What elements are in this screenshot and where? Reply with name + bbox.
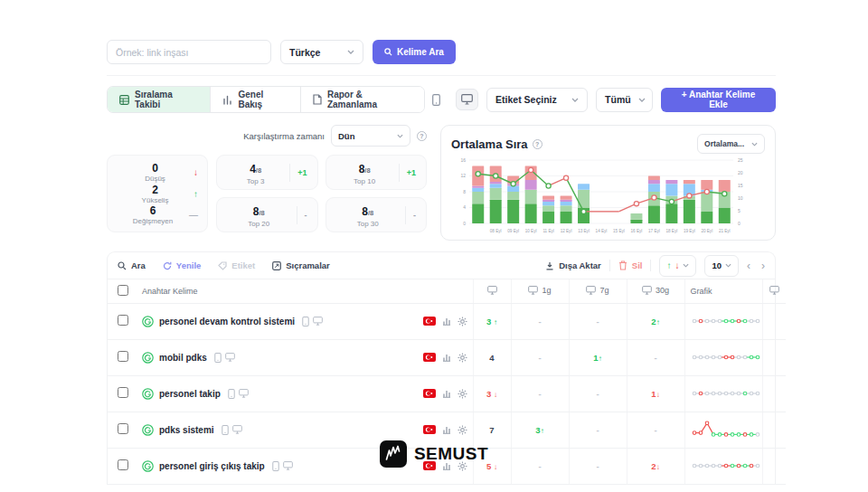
gear-icon[interactable] bbox=[458, 389, 467, 399]
jumps-button[interactable]: Sıçramalar bbox=[272, 260, 330, 270]
bar-segment-top20[interactable] bbox=[648, 184, 660, 192]
bar-segment-top10[interactable] bbox=[490, 188, 502, 200]
line-marker[interactable] bbox=[687, 194, 692, 198]
tag-button[interactable]: Etiket bbox=[218, 260, 255, 270]
bar-segment-top30[interactable] bbox=[472, 185, 484, 187]
gear-icon[interactable] bbox=[458, 317, 467, 326]
add-keyword-button[interactable]: + Anahtar Kelime Ekle bbox=[661, 88, 776, 112]
tab-rapor-zamanlama[interactable]: Rapor & Zamanlama bbox=[301, 87, 424, 112]
average-rank-chart[interactable]: 0481216051015202508 Eyl09 Eyl10 Eyl11 Ey… bbox=[451, 156, 755, 235]
bar-segment-top10[interactable] bbox=[561, 205, 572, 212]
line-marker[interactable] bbox=[652, 195, 656, 200]
bar-segment-top10[interactable] bbox=[701, 192, 712, 212]
rank-sparkline[interactable] bbox=[691, 309, 761, 333]
bar-segment-rest[interactable] bbox=[561, 195, 572, 199]
keyword-chart-icon[interactable] bbox=[442, 389, 451, 398]
bar-segment-top30[interactable] bbox=[525, 180, 537, 190]
bar-segment-top3[interactable] bbox=[630, 220, 642, 223]
line-marker[interactable] bbox=[546, 184, 551, 188]
bar-segment-top30[interactable] bbox=[561, 200, 572, 202]
stat-total: /8 bbox=[256, 166, 261, 175]
filter-all-select[interactable]: Tümü bbox=[596, 88, 653, 112]
chart-metric-select[interactable]: Ortalama... bbox=[697, 134, 765, 154]
bar-segment-top3[interactable] bbox=[525, 203, 537, 223]
line-marker[interactable] bbox=[511, 182, 515, 186]
line-marker[interactable] bbox=[634, 202, 638, 206]
bar-segment-top10[interactable] bbox=[472, 192, 484, 203]
info-icon[interactable]: ? bbox=[533, 139, 542, 149]
table-search-button[interactable]: Ara bbox=[118, 260, 146, 270]
gear-icon[interactable] bbox=[458, 353, 467, 363]
gear-icon[interactable] bbox=[458, 425, 467, 435]
bar-segment-top30[interactable] bbox=[542, 200, 554, 202]
bar-segment-top3[interactable] bbox=[507, 200, 519, 223]
page-size-select[interactable]: 10 bbox=[704, 255, 739, 277]
rank-sparkline[interactable] bbox=[691, 418, 761, 441]
bar-segment-top20[interactable] bbox=[490, 184, 502, 187]
tab-genel-bak-[interactable]: Genel Bakış bbox=[211, 87, 300, 112]
row-checkbox[interactable] bbox=[118, 423, 128, 434]
bar-segment-rest[interactable] bbox=[701, 180, 712, 190]
line-marker[interactable] bbox=[529, 167, 533, 172]
bar-segment-top10[interactable] bbox=[507, 192, 519, 200]
bar-segment-rest[interactable] bbox=[719, 180, 731, 192]
keyword-chart-icon[interactable] bbox=[442, 353, 451, 362]
bar-segment-top3[interactable] bbox=[648, 205, 660, 223]
mobile-device-toggle[interactable] bbox=[425, 89, 448, 110]
bar-segment-top3[interactable] bbox=[561, 212, 572, 223]
bar-segment-top3[interactable] bbox=[665, 203, 677, 223]
bar-segment-top10[interactable] bbox=[542, 205, 554, 212]
svg-text:16: 16 bbox=[460, 157, 466, 163]
bar-segment-top30[interactable] bbox=[490, 182, 502, 184]
export-button[interactable]: Dışa Aktar bbox=[545, 260, 601, 270]
bar-segment-top20[interactable] bbox=[472, 188, 484, 192]
row-checkbox[interactable] bbox=[118, 315, 128, 326]
refresh-button[interactable]: Yenile bbox=[163, 260, 201, 270]
line-marker[interactable] bbox=[669, 199, 674, 203]
rank-sparkline[interactable] bbox=[691, 382, 761, 405]
compare-select[interactable]: Dün bbox=[331, 125, 410, 147]
bar-segment-top20[interactable] bbox=[578, 184, 590, 190]
line-marker[interactable] bbox=[704, 189, 709, 194]
bar-segment-top3[interactable] bbox=[701, 212, 712, 223]
keyword-chart-icon[interactable] bbox=[442, 425, 451, 434]
bar-segment-top20[interactable] bbox=[542, 202, 554, 205]
keyword-search-button[interactable]: Kelime Ara bbox=[373, 40, 456, 64]
search-input[interactable] bbox=[107, 40, 271, 64]
delete-button[interactable]: Sil bbox=[618, 260, 643, 270]
next-page-button[interactable]: › bbox=[761, 260, 765, 272]
bar-segment-top30[interactable] bbox=[665, 180, 677, 184]
bar-segment-top3[interactable] bbox=[542, 212, 554, 223]
bar-segment-top3[interactable] bbox=[684, 200, 695, 223]
bar-segment-top10[interactable] bbox=[525, 190, 537, 203]
desktop-device-toggle[interactable] bbox=[456, 89, 478, 110]
line-marker[interactable] bbox=[563, 175, 568, 180]
bar-segment-top20[interactable] bbox=[665, 184, 677, 195]
bar-segment-top3[interactable] bbox=[490, 200, 502, 223]
bar-segment-top20[interactable] bbox=[561, 202, 572, 205]
row-checkbox[interactable] bbox=[118, 351, 128, 362]
bar-segment-top10[interactable] bbox=[630, 213, 642, 220]
line-marker[interactable] bbox=[581, 209, 586, 213]
row-checkbox[interactable] bbox=[118, 387, 128, 398]
bar-segment-top3[interactable] bbox=[472, 203, 484, 223]
line-marker[interactable] bbox=[494, 174, 498, 178]
tab-s-ralama-takibi[interactable]: Sıralama Takibi bbox=[108, 87, 211, 112]
bar-segment-rest[interactable] bbox=[542, 195, 554, 199]
bar-segment-top30[interactable] bbox=[648, 180, 660, 184]
line-marker[interactable] bbox=[476, 172, 480, 176]
line-marker[interactable] bbox=[722, 192, 727, 196]
keyword-chart-icon[interactable] bbox=[442, 317, 451, 326]
compare-label: Karşılaştırma zamanı bbox=[243, 131, 325, 141]
sort-control[interactable]: ↑ ↓ bbox=[659, 255, 696, 277]
keyword-text: mobil pdks bbox=[159, 353, 207, 363]
info-icon[interactable]: ? bbox=[417, 131, 427, 141]
select-all-checkbox[interactable] bbox=[118, 285, 128, 296]
bar-segment-rest[interactable] bbox=[648, 176, 660, 180]
bar-segment-top3[interactable] bbox=[719, 208, 731, 224]
tag-select[interactable]: Etiket Seçiniz bbox=[486, 88, 588, 112]
prev-page-button[interactable]: ‹ bbox=[747, 260, 750, 272]
language-select[interactable]: Türkçe bbox=[280, 40, 363, 64]
bar-segment-rest[interactable] bbox=[684, 180, 695, 184]
rank-sparkline[interactable] bbox=[691, 345, 761, 369]
